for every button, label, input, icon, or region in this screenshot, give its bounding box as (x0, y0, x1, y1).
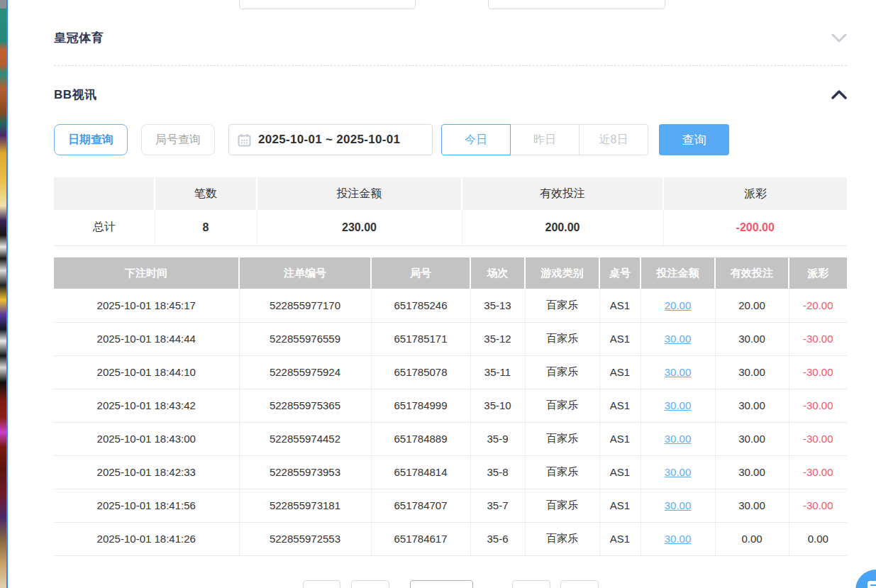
bet-amount-link[interactable]: 30.00 (665, 333, 692, 345)
cell-valid-bet: 0.00 (715, 522, 789, 555)
cell-valid-bet: 30.00 (715, 389, 789, 422)
pagination-button[interactable] (560, 580, 599, 588)
cell-round-no: 651784889 (371, 422, 470, 455)
date-query-tab[interactable]: 日期查询 (54, 124, 128, 155)
cell-table-no: AS1 (599, 289, 641, 322)
bet-amount-link[interactable]: 30.00 (665, 399, 692, 411)
filter-toolbar: 日期查询 局号查询 2025-10-01 ~ 2025-10-01 今日 昨日 … (54, 124, 847, 155)
quick-range-today[interactable]: 今日 (441, 124, 511, 155)
cell-time: 2025-10-01 18:43:00 (54, 422, 239, 455)
summary-total-valid-bet: 200.00 (462, 210, 663, 245)
cell-payout: -30.00 (789, 389, 847, 422)
table-row: 2025-10-01 18:44:44 522855976559 6517851… (54, 322, 847, 355)
round-query-tab[interactable]: 局号查询 (141, 124, 215, 155)
table-row: 2025-10-01 18:45:17 522855977170 6517852… (54, 289, 847, 322)
cell-session: 35-10 (470, 389, 525, 422)
section-bb-video: BB视讯 (54, 84, 847, 105)
cell-order-no: 522855974452 (239, 422, 371, 455)
quick-range-last8[interactable]: 近8日 (579, 124, 648, 155)
quick-range-yesterday[interactable]: 昨日 (510, 124, 580, 155)
table-row: 2025-10-01 18:43:00 522855974452 6517848… (54, 422, 847, 455)
cell-session: 35-13 (470, 289, 525, 322)
cell-valid-bet: 30.00 (715, 489, 789, 522)
cell-round-no: 651784814 (371, 455, 470, 489)
table-row: 2025-10-01 18:43:42 522855975365 6517849… (54, 389, 847, 422)
date-range-picker[interactable]: 2025-10-01 ~ 2025-10-01 (228, 124, 433, 155)
cell-table-no: AS1 (599, 389, 641, 422)
chevron-up-icon[interactable] (831, 90, 847, 99)
cell-game-type: 百家乐 (525, 322, 599, 355)
summary-header-valid-bet: 有效投注 (462, 177, 663, 210)
cell-time: 2025-10-01 18:44:44 (54, 322, 239, 355)
bet-amount-link[interactable]: 20.00 (665, 299, 692, 311)
bet-records-table: 下注时间 注单编号 局号 场次 游戏类别 桌号 投注金额 有效投注 派彩 202… (54, 257, 847, 556)
cell-game-type: 百家乐 (525, 422, 599, 455)
summary-total-count: 8 (155, 210, 257, 245)
col-game-type: 游戏类别 (525, 257, 599, 289)
cell-round-no: 651785246 (371, 289, 470, 322)
cell-valid-bet: 30.00 (715, 322, 789, 355)
quick-range-group: 今日 昨日 近8日 (441, 124, 648, 155)
cell-time: 2025-10-01 18:41:26 (54, 522, 239, 555)
cell-session: 35-12 (470, 322, 525, 355)
table-row: 2025-10-01 18:41:56 522855973181 6517847… (54, 489, 847, 522)
cell-game-type: 百家乐 (525, 289, 599, 322)
cell-time: 2025-10-01 18:41:56 (54, 489, 239, 522)
search-button[interactable]: 查询 (659, 124, 729, 155)
cell-valid-bet: 20.00 (715, 289, 789, 322)
cell-bet-amount: 30.00 (641, 422, 715, 455)
cell-table-no: AS1 (599, 489, 641, 522)
cell-bet-amount: 30.00 (641, 389, 715, 422)
bet-amount-link[interactable]: 30.00 (665, 366, 692, 378)
cell-session: 35-11 (470, 355, 525, 389)
cell-order-no: 522855973181 (239, 489, 371, 522)
cell-round-no: 651784707 (371, 489, 470, 522)
cell-payout: -30.00 (789, 422, 847, 455)
cell-session: 35-9 (470, 422, 525, 455)
cell-payout: -30.00 (789, 455, 847, 489)
calendar-icon (238, 133, 251, 147)
pagination-button[interactable] (351, 580, 389, 588)
service-icon (867, 581, 876, 588)
section-crown-sports: 皇冠体育 (54, 27, 847, 48)
section-title-crown-sports: 皇冠体育 (54, 30, 104, 46)
summary-total-payout: -200.00 (663, 210, 847, 245)
section-divider (54, 65, 847, 66)
cell-order-no: 522855973953 (239, 455, 371, 489)
cell-game-type: 百家乐 (525, 355, 599, 389)
cell-valid-bet: 30.00 (715, 355, 789, 389)
bet-amount-link[interactable]: 30.00 (665, 466, 692, 478)
summary-total-row: 总计 8 230.00 200.00 -200.00 (54, 210, 847, 245)
cell-round-no: 651784617 (371, 522, 470, 555)
background-strip (0, 0, 6, 588)
cell-time: 2025-10-01 18:42:33 (54, 455, 239, 489)
bet-amount-link[interactable]: 30.00 (665, 433, 692, 445)
chevron-down-icon[interactable] (831, 33, 847, 43)
col-order-no: 注单编号 (239, 257, 371, 289)
bet-table-header-row: 下注时间 注单编号 局号 场次 游戏类别 桌号 投注金额 有效投注 派彩 (54, 257, 847, 289)
cell-bet-amount: 30.00 (641, 489, 715, 522)
summary-total-bet-amount: 230.00 (257, 210, 462, 245)
cell-bet-amount: 30.00 (641, 322, 715, 355)
pagination-button[interactable] (303, 580, 340, 588)
cell-payout: -20.00 (789, 289, 847, 322)
cell-round-no: 651785078 (371, 355, 470, 389)
date-range-value: 2025-10-01 ~ 2025-10-01 (258, 133, 400, 147)
col-bet-time: 下注时间 (54, 257, 239, 289)
cell-game-type: 百家乐 (525, 455, 599, 489)
summary-header-payout: 派彩 (663, 177, 847, 210)
bet-amount-link[interactable]: 30.00 (665, 499, 692, 511)
floating-service-button[interactable] (855, 570, 876, 588)
section-title-bb-video: BB视讯 (54, 87, 97, 103)
summary-header-bet-amount: 投注金额 (257, 177, 462, 210)
cell-round-no: 651784999 (371, 389, 470, 422)
bet-amount-link[interactable]: 30.00 (665, 533, 692, 545)
col-payout: 派彩 (789, 257, 847, 289)
cell-game-type: 百家乐 (525, 489, 599, 522)
background-strip-edge (6, 0, 8, 588)
pagination-button[interactable] (512, 580, 550, 588)
cell-table-no: AS1 (599, 522, 641, 555)
cell-order-no: 522855975924 (239, 355, 371, 389)
pagination-page-select[interactable] (410, 580, 473, 588)
cell-order-no: 522855972553 (239, 522, 371, 555)
